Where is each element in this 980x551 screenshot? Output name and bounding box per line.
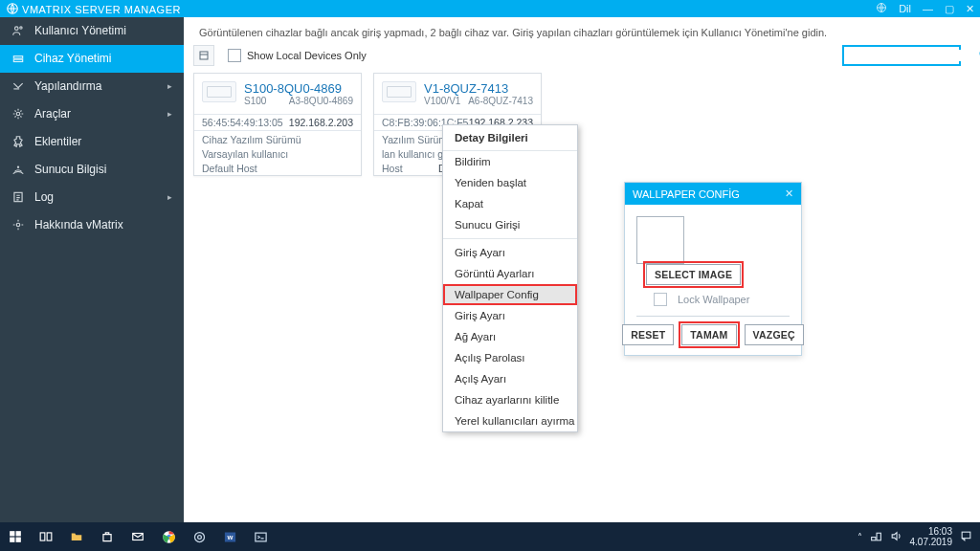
device-info-row: 56:45:54:49:13:05192.168.2.203 [194, 115, 361, 129]
windows-taskbar: W ˄ 16:03 4.07.2019 [0, 522, 980, 551]
wallpaper-preview [636, 216, 684, 264]
minimize-button[interactable]: — [923, 3, 933, 14]
clock-time: 16:03 [910, 526, 953, 537]
sidebar-item-hakk-nda-vmatrix[interactable]: Hakkında vMatrix [0, 211, 184, 239]
device-subtitle: S100A3-8QU0-4869 [244, 96, 353, 106]
wallpaper-config-dialog: WALLPAPER CONFİG ✕ SELECT IMAGE Lock Wal… [624, 182, 802, 356]
titlebar: VMATRIX SERVER MANAGER Dil — ▢ ✕ [0, 0, 980, 17]
network-icon[interactable] [870, 530, 882, 544]
context-menu-item[interactable]: Kapat [443, 193, 577, 214]
device-card[interactable]: S100-8QU0-4869S100A3-8QU0-486956:45:54:4… [193, 73, 362, 176]
app-title: VMATRIX SERVER MANAGER [22, 4, 181, 15]
word-icon[interactable]: W [214, 522, 245, 551]
svg-point-21 [194, 532, 204, 541]
sidebar-item-label: Kullanıcı Yönetimi [34, 24, 126, 37]
svg-rect-15 [16, 538, 21, 542]
svg-rect-14 [10, 538, 14, 542]
device-thumbnail [382, 81, 416, 102]
mail-icon[interactable] [122, 522, 153, 551]
svg-point-22 [197, 535, 201, 539]
sidebar-item-label: Log [34, 190, 54, 204]
svg-rect-17 [47, 533, 52, 540]
svg-rect-10 [200, 52, 208, 59]
context-menu-header: Detay Bilgileri [443, 125, 577, 151]
search-input[interactable] [846, 50, 978, 61]
device-subtitle: V100/V1A6-8QUZ-7413 [424, 96, 533, 106]
tray-chevron-icon[interactable]: ˄ [858, 532, 862, 542]
task-view-button[interactable] [31, 522, 61, 551]
notification-center-icon[interactable] [960, 530, 972, 544]
sidebar-icon [11, 218, 25, 231]
search-box[interactable] [842, 45, 961, 66]
svg-point-6 [16, 112, 20, 116]
device-info-row: Cihaz Yazılım Sürümü [194, 132, 361, 146]
context-menu-item[interactable]: Açılış Parolası [443, 347, 577, 368]
context-menu-item[interactable]: Sunucu Girişi [443, 214, 577, 235]
svg-rect-12 [10, 531, 14, 536]
maximize-button[interactable]: ▢ [945, 3, 954, 15]
context-menu-item[interactable]: Yerel kullanıcıları ayırma [443, 410, 577, 431]
sidebar-icon [11, 52, 25, 65]
svg-rect-5 [13, 59, 22, 61]
select-image-button[interactable]: SELECT IMAGE [646, 264, 741, 285]
status-text: Görüntülenen cihazlar bağlı ancak giriş … [199, 27, 961, 38]
context-menu-item[interactable]: Görüntü Ayarları [443, 263, 577, 284]
language-label[interactable]: Dil [899, 3, 911, 14]
volume-icon[interactable] [890, 530, 902, 544]
dialog-titlebar: WALLPAPER CONFİG ✕ [625, 183, 801, 205]
vmatrix-taskbar-icon[interactable] [184, 522, 214, 551]
sidebar-item-cihaz-y-netimi[interactable]: Cihaz Yönetimi [0, 45, 184, 73]
microsoft-store-icon[interactable] [92, 522, 122, 551]
device-thumbnail [202, 81, 236, 102]
sidebar-item-eklentiler[interactable]: Eklentiler [0, 128, 184, 156]
clock-date: 4.07.2019 [910, 537, 953, 547]
sidebar-item-log[interactable]: Log▸ [0, 184, 184, 211]
context-menu-item[interactable]: Bildirim [443, 151, 577, 172]
svg-rect-25 [255, 533, 265, 541]
close-button[interactable]: ✕ [966, 3, 974, 15]
sidebar-icon [11, 24, 25, 37]
terminal-icon[interactable] [245, 522, 276, 551]
svg-rect-16 [40, 533, 45, 540]
taskbar-clock[interactable]: 16:03 4.07.2019 [910, 526, 953, 547]
dialog-title: WALLPAPER CONFİG [633, 188, 740, 200]
sidebar-icon [11, 135, 25, 148]
sidebar-item-yap-land-rma[interactable]: Yapılandırma▸ [0, 73, 184, 100]
sidebar-item-label: Yapılandırma [34, 79, 101, 93]
reset-button[interactable]: RESET [622, 324, 674, 345]
svg-rect-28 [962, 532, 970, 539]
svg-point-9 [16, 223, 20, 227]
content-pane: Görüntülenen cihazlar bağlı ancak giriş … [184, 17, 980, 522]
device-title: S100-8QU0-4869 [244, 81, 353, 96]
chrome-icon[interactable] [153, 522, 184, 551]
svg-point-2 [15, 27, 19, 31]
show-local-only-checkbox[interactable] [228, 49, 241, 62]
ok-button[interactable]: TAMAM [681, 324, 736, 345]
sidebar-item-kullan-c-y-netimi[interactable]: Kullanıcı Yönetimi [0, 17, 184, 45]
context-menu-item[interactable]: Ağ Ayarı [443, 326, 577, 347]
sidebar-item-label: Araçlar [34, 107, 71, 121]
svg-text:W: W [227, 534, 233, 540]
file-explorer-icon[interactable] [61, 522, 92, 551]
context-menu-item[interactable]: Yeniden başlat [443, 172, 577, 193]
sidebar-item-label: Sunucu Bilgisi [34, 163, 106, 176]
context-menu-item[interactable]: Cihaz ayarlarını kilitle [443, 389, 577, 410]
lock-wallpaper-checkbox[interactable] [654, 293, 667, 306]
sidebar-item-ara-lar[interactable]: Araçlar▸ [0, 100, 184, 128]
view-toggle-button[interactable] [193, 45, 214, 66]
device-title: V1-8QUZ-7413 [424, 81, 533, 96]
context-menu-item[interactable]: Giriş Ayarı [443, 242, 577, 263]
sidebar-item-sunucu-bilgisi[interactable]: Sunucu Bilgisi [0, 156, 184, 184]
context-menu-item[interactable]: Wallpaper Config [443, 284, 577, 305]
chevron-right-icon: ▸ [167, 81, 172, 91]
cancel-button[interactable]: VAZGEÇ [745, 324, 804, 345]
sidebar-icon [11, 79, 25, 93]
start-button[interactable] [0, 522, 31, 551]
context-menu-item[interactable]: Açılş Ayarı [443, 368, 577, 389]
dialog-close-button[interactable]: ✕ [785, 187, 793, 200]
sidebar-item-label: Hakkında vMatrix [34, 218, 123, 231]
svg-point-7 [17, 166, 18, 167]
context-menu-item[interactable]: Giriş Ayarı [443, 305, 577, 326]
device-info-row: Varsayılan kullanıcı [194, 146, 361, 161]
globe-icon [876, 2, 887, 15]
